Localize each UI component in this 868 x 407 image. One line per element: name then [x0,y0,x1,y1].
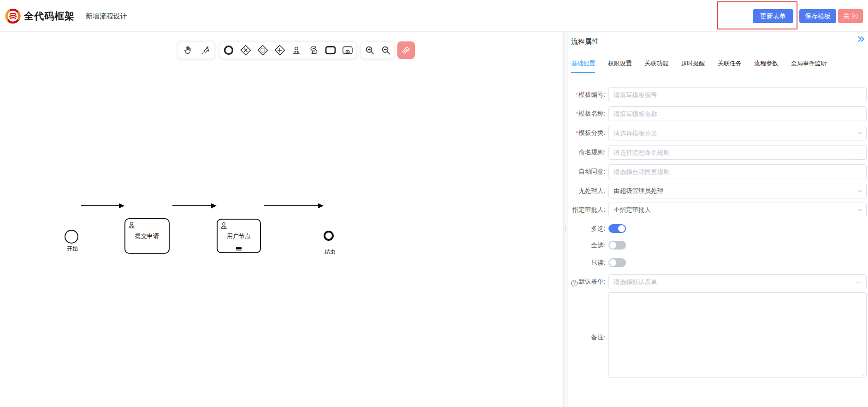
start-event-label: 开始 [58,245,87,253]
user-task-node-submit[interactable]: 提交申请 [124,218,170,254]
field-label-template-name: *模板名称: [567,106,605,121]
default-form-input[interactable] [608,274,867,289]
help-icon[interactable]: ? [571,280,578,286]
start-event-node[interactable] [65,230,78,244]
template-code-field [608,87,867,102]
no-handler-input[interactable] [608,184,867,198]
template-category-input[interactable] [608,126,867,140]
field-label-remark: 备注: [567,330,605,345]
task-label: 用户节点 [227,232,251,240]
tab-related-functions[interactable]: 关联功能 [644,59,668,72]
panel-tabs: 基础配置 权限设置 关联功能 超时提醒 关联任务 流程参数 全局事件监听 [571,59,838,73]
drag-dots-icon [565,224,566,233]
user-task-marker-icon [127,221,136,229]
field-label-assigned-approver: 指定审批人: [567,203,605,217]
toggle-label-multi-select: 多选: [567,224,605,233]
brand-name: 全代码框架 [24,0,75,32]
template-name-field [608,106,867,121]
close-button[interactable]: 关 闭 [838,9,863,23]
toggle-label-read-only: 只读: [567,258,605,267]
tab-permission-settings[interactable]: 权限设置 [608,59,632,72]
tab-timeout-reminder[interactable]: 超时提醒 [681,59,705,72]
no-handler-select [608,184,867,198]
toggle-label-select-all: 全选: [567,241,605,250]
header-bar: 全代码框架 新增流程设计 更新表单 保存模板 关 闭 [0,0,868,32]
field-label-no-handler: 无处理人: [567,184,605,198]
process-properties-panel: 流程属性 基础配置 权限设置 关联功能 超时提醒 关联任务 流程参数 全局事件监… [567,32,868,407]
field-label-naming-rule: 命名规则: [567,145,605,160]
tab-global-event-listener[interactable]: 全局事件监听 [791,59,827,72]
template-category-select [608,126,867,140]
panel-title: 流程属性 [571,37,599,46]
assigned-approver-input[interactable] [608,203,867,217]
read-only-toggle[interactable] [608,258,626,267]
task-label: 提交申请 [135,232,159,240]
panel-resize-handle[interactable] [563,32,567,407]
naming-rule-input[interactable] [608,145,867,160]
template-code-input[interactable] [608,87,867,102]
remark-field [608,292,867,378]
user-task-marker-icon [219,221,228,230]
collapse-panel-icon[interactable] [856,35,865,44]
naming-rule-picker: ··· [608,145,867,160]
field-label-default-form: ?默认表单: [565,274,605,289]
end-event-label: 结束 [315,248,345,256]
assigned-approver-select [608,203,867,217]
multi-instance-marker-icon [236,246,242,251]
field-label-template-category: *模板分类: [567,126,605,140]
select-all-toggle[interactable] [608,241,626,250]
brand-logo-icon [5,8,21,24]
tab-basic-config[interactable]: 基础配置 [571,59,595,73]
user-task-node-user[interactable]: 用户节点 [217,219,261,253]
page-title: 新增流程设计 [86,0,127,32]
remark-textarea[interactable] [608,292,867,378]
multi-select-toggle[interactable] [608,224,626,233]
field-label-template-code: *模板编号: [567,87,605,102]
field-label-auto-agree: 自动同意: [567,164,605,179]
tab-process-params[interactable]: 流程参数 [754,59,778,72]
default-form-picker: ··· [608,274,867,289]
update-form-button[interactable]: 更新表单 [753,9,793,23]
auto-agree-input[interactable] [608,164,867,179]
template-name-input[interactable] [608,106,867,121]
sequence-flow-edges [0,32,563,407]
tab-related-tasks[interactable]: 关联任务 [718,59,742,72]
auto-agree-field [608,164,867,179]
workflow-designer-app: 全代码框架 新增流程设计 更新表单 保存模板 关 闭 [0,0,868,407]
bpmn-canvas[interactable]: 开始 提交申请 用户节点 结束 [0,32,563,407]
save-template-button[interactable]: 保存模板 [799,9,836,23]
end-event-node[interactable] [324,231,334,241]
